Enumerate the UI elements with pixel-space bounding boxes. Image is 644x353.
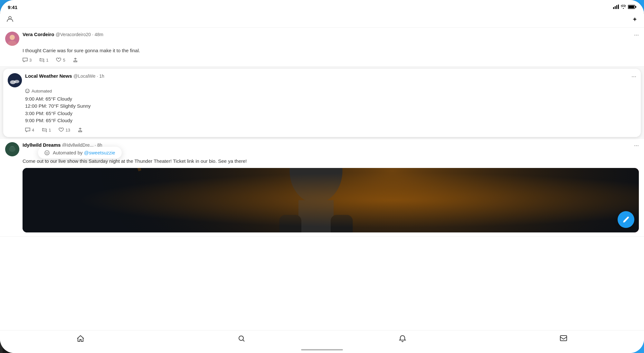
disclaimer-text: Designs are subject to change. [577, 342, 635, 347]
nav-home[interactable] [77, 335, 84, 343]
right-phone: 9:41 [0, 316, 155, 353]
svg-point-29 [45, 151, 49, 155]
svg-point-31 [47, 152, 48, 152]
automated-by-link[interactable]: @sweetsuzzie [84, 150, 115, 155]
automated-badge-floating: Automated by @sweetsuzzie [38, 147, 122, 159]
twitter-bird-logo [314, 9, 330, 28]
svg-point-30 [46, 152, 46, 152]
bottom-nav-right [0, 330, 155, 353]
automated-by-text: Automated by @sweetsuzzie [53, 150, 115, 155]
